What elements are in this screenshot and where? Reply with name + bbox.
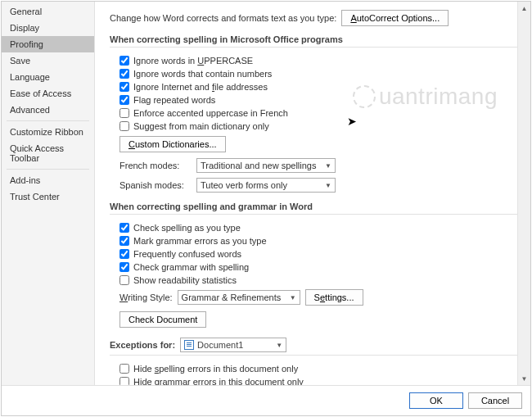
check-spelling-as-type[interactable]: Check spelling as you type — [110, 221, 519, 234]
category-sidebar: General Display Proofing Save Language E… — [2, 2, 95, 385]
select-value: Traditional and new spellings — [201, 161, 316, 170]
sidebar-item-ease-of-access[interactable]: Ease of Access — [2, 85, 94, 102]
checkbox[interactable] — [119, 262, 129, 272]
section-header-word-spelling: When correcting spelling and grammar in … — [110, 202, 519, 215]
checkbox[interactable] — [119, 108, 129, 118]
check-hide-grammar-errors[interactable]: Hide grammar errors in this document onl… — [110, 375, 519, 385]
dialog-footer: OK Cancel — [2, 385, 530, 415]
writing-style-label: Writing Style: — [119, 292, 173, 302]
checkbox[interactable] — [119, 249, 129, 259]
exceptions-label: Exceptions for: — [110, 340, 175, 350]
sidebar-item-proofing[interactable]: Proofing — [2, 36, 94, 52]
checkbox[interactable] — [119, 82, 129, 92]
checkbox[interactable] — [119, 275, 129, 285]
check-label: Show readability statistics — [133, 275, 237, 285]
check-label: Ignore words that contain numbers — [133, 69, 272, 79]
ok-button[interactable]: OK — [409, 392, 463, 409]
checkbox[interactable] — [119, 377, 129, 385]
writing-style-select[interactable]: Grammar & Refinements▼ — [178, 290, 300, 305]
check-label: Ignore words in UPPERCASE — [133, 56, 253, 66]
sidebar-divider — [7, 120, 89, 121]
checkbox[interactable] — [119, 223, 129, 233]
check-label: Frequently confused words — [133, 249, 241, 259]
check-grammar-with-spelling[interactable]: Check grammar with spelling — [110, 261, 519, 274]
autocorrect-options-button[interactable]: AutoCorrect Options... — [341, 10, 449, 26]
vertical-scrollbar[interactable]: ▲ ▼ — [517, 2, 530, 385]
autocorrect-label: Change how Word corrects and formats tex… — [110, 13, 336, 23]
cancel-button[interactable]: Cancel — [468, 392, 522, 409]
checkbox[interactable] — [119, 364, 129, 374]
select-value: Grammar & Refinements — [182, 292, 282, 302]
document-icon — [184, 340, 194, 350]
sidebar-item-trust-center[interactable]: Trust Center — [2, 188, 94, 205]
section-header-exceptions: Exceptions for: Document1 ▼ — [110, 338, 519, 356]
check-ignore-uppercase[interactable]: Ignore words in UPPERCASE — [110, 54, 519, 67]
chevron-down-icon: ▼ — [325, 162, 331, 170]
spanish-modes-label: Spanish modes: — [119, 180, 192, 190]
sidebar-divider — [7, 169, 89, 170]
sidebar-item-add-ins[interactable]: Add-ins — [2, 172, 94, 188]
check-label: Mark grammar errors as you type — [133, 236, 267, 246]
select-value: Tuteo verb forms only — [201, 180, 287, 190]
check-label: Flag repeated words — [133, 95, 215, 105]
check-flag-repeated[interactable]: Flag repeated words — [110, 93, 519, 107]
check-hide-spelling-errors[interactable]: Hide spelling errors in this document on… — [110, 362, 519, 375]
check-label: Hide grammar errors in this document onl… — [133, 377, 304, 385]
checkbox[interactable] — [119, 121, 129, 131]
check-label: Check grammar with spelling — [133, 262, 249, 272]
french-modes-row: French modes: Traditional and new spelli… — [110, 156, 519, 175]
main-panel: uantrimang Change how Word corrects and … — [95, 2, 530, 385]
settings-button[interactable]: Settings... — [305, 289, 363, 306]
checkbox[interactable] — [119, 56, 129, 66]
french-modes-label: French modes: — [119, 161, 192, 170]
sidebar-item-language[interactable]: Language — [2, 69, 94, 85]
scroll-track[interactable] — [518, 15, 530, 372]
sidebar-item-general[interactable]: General — [2, 3, 94, 20]
check-suggest-main-dict[interactable]: Suggest from main dictionary only — [110, 120, 519, 133]
writing-style-row: Writing Style: Grammar & Refinements▼ Se… — [110, 287, 519, 308]
checkbox[interactable] — [119, 236, 129, 246]
select-value: Document1 — [197, 340, 243, 350]
sidebar-item-display[interactable]: Display — [2, 20, 94, 36]
options-dialog: General Display Proofing Save Language E… — [1, 1, 531, 416]
check-label: Hide spelling errors in this document on… — [133, 364, 298, 374]
chevron-down-icon: ▼ — [290, 294, 296, 301]
chevron-down-icon: ▼ — [325, 182, 331, 189]
chevron-down-icon: ▼ — [276, 342, 282, 349]
check-label: Check spelling as you type — [133, 223, 241, 233]
spanish-modes-row: Spanish modes: Tuteo verb forms only▼ — [110, 175, 519, 195]
check-label: Suggest from main dictionary only — [133, 121, 269, 131]
check-readability-stats[interactable]: Show readability statistics — [110, 274, 519, 287]
check-confused-words[interactable]: Frequently confused words — [110, 247, 519, 261]
section-header-office-spelling: When correcting spelling in Microsoft Of… — [110, 34, 519, 48]
checkbox[interactable] — [119, 69, 129, 79]
check-enforce-accented[interactable]: Enforce accented uppercase in French — [110, 107, 519, 120]
sidebar-item-advanced[interactable]: Advanced — [2, 102, 94, 118]
custom-dictionaries-button[interactable]: Custom Dictionaries... — [119, 136, 226, 152]
exceptions-document-select[interactable]: Document1 ▼ — [180, 338, 286, 352]
sidebar-item-quick-access[interactable]: Quick Access Toolbar — [2, 140, 94, 166]
scroll-down-arrow-icon[interactable]: ▼ — [518, 372, 530, 385]
checkbox[interactable] — [119, 95, 129, 105]
spanish-modes-select[interactable]: Tuteo verb forms only▼ — [196, 178, 336, 193]
check-ignore-internet[interactable]: Ignore Internet and file addresses — [110, 80, 519, 93]
check-label: Enforce accented uppercase in French — [133, 108, 288, 118]
check-grammar-as-type[interactable]: Mark grammar errors as you type — [110, 234, 519, 247]
sidebar-item-save[interactable]: Save — [2, 52, 94, 69]
check-label: Ignore Internet and file addresses — [133, 82, 268, 92]
autocorrect-row: Change how Word corrects and formats tex… — [110, 10, 519, 26]
sidebar-item-customize-ribbon[interactable]: Customize Ribbon — [2, 124, 94, 140]
french-modes-select[interactable]: Traditional and new spellings▼ — [196, 158, 336, 173]
scroll-up-arrow-icon[interactable]: ▲ — [518, 2, 530, 15]
dialog-content: General Display Proofing Save Language E… — [2, 2, 530, 385]
check-document-button[interactable]: Check Document — [119, 311, 206, 328]
check-ignore-numbers[interactable]: Ignore words that contain numbers — [110, 67, 519, 80]
